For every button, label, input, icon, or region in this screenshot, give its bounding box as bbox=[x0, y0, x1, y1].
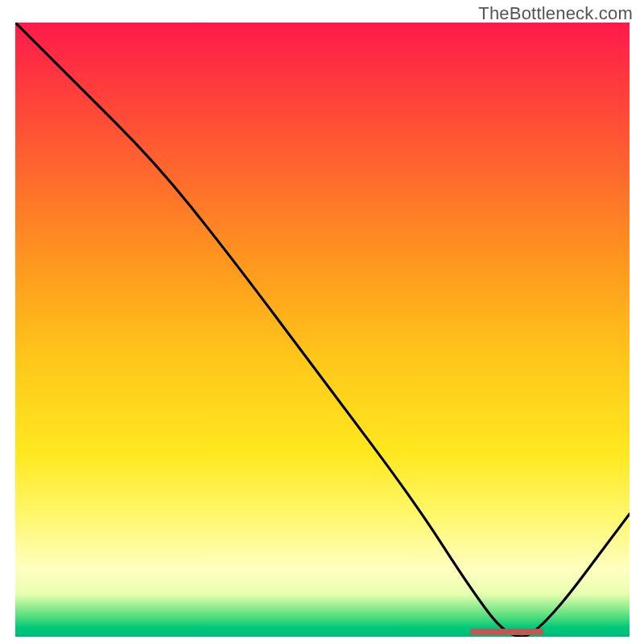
watermark-text: TheBottleneck.com bbox=[478, 3, 633, 24]
bottleneck-curve bbox=[15, 23, 630, 637]
chart-stage: TheBottleneck.com bbox=[0, 0, 644, 644]
chart-plot-area bbox=[15, 23, 630, 637]
optimal-range-marker bbox=[470, 629, 544, 635]
